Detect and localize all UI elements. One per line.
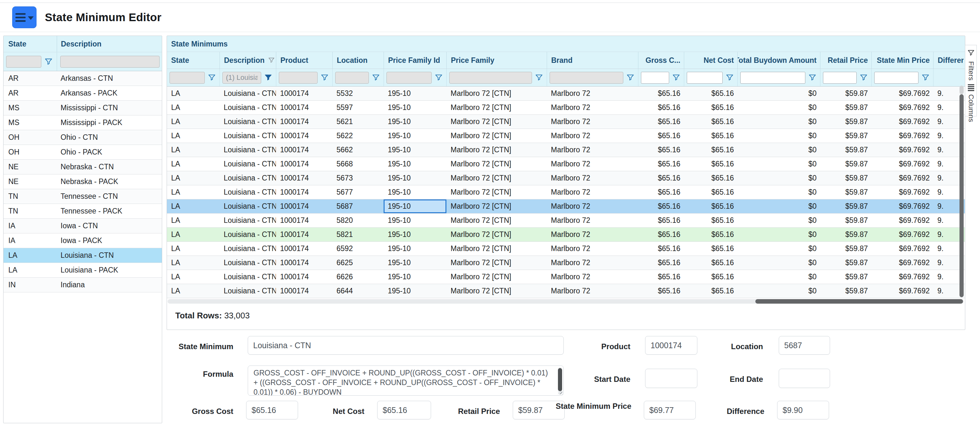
main-menu-button[interactable] (12, 6, 37, 28)
end-date-field[interactable] (779, 369, 830, 388)
product-filter-input[interactable] (279, 72, 318, 84)
cell-price-family-id[interactable]: 195-10 (383, 270, 446, 284)
cell-price-family-id[interactable]: 195-10 (383, 284, 446, 298)
tab-columns[interactable]: Columns (965, 80, 977, 116)
cell-price-family-id[interactable]: 195-10 (383, 228, 446, 241)
formula-field[interactable]: GROSS_COST - OFF_INVOICE + ROUND_UP((GRO… (248, 365, 564, 396)
horizontal-scrollbar-track[interactable] (168, 299, 964, 304)
location-filter-input[interactable] (335, 72, 369, 84)
cell-price-family-id[interactable]: 195-10 (383, 115, 446, 129)
table-row[interactable]: LA Louisiana - CTN 1000174 5662 195-10 M… (167, 143, 965, 157)
table-row[interactable]: LA Louisiana - CTN 1000174 5820 195-10 M… (167, 214, 965, 228)
filter-funnel-icon-active[interactable] (261, 73, 275, 82)
state-list-item[interactable]: MS Mississippi - PACK (3, 115, 162, 130)
state-list-item[interactable]: IN Indiana (3, 277, 162, 292)
filter-funnel-icon[interactable] (41, 57, 56, 66)
col-header-state-min-price[interactable]: State Min Price (871, 52, 933, 69)
table-row[interactable]: LA Louisiana - CTN 1000174 5687 195-10 M… (167, 199, 965, 214)
location-field[interactable] (779, 336, 830, 355)
state-list-item[interactable]: NE Nebraska - PACK (3, 174, 162, 189)
col-header-total-buydown-amount[interactable]: Total Buydown Amount (737, 52, 820, 69)
col-header-net-cost[interactable]: Net Cost (684, 52, 737, 69)
col-header-brand[interactable]: Brand (547, 52, 638, 69)
cell-price-family-id[interactable]: 195-10 (383, 242, 446, 255)
filter-funnel-icon[interactable] (432, 73, 446, 82)
cell-price-family-id[interactable]: 195-10 (383, 256, 446, 270)
retail-price-filter-input[interactable] (823, 72, 857, 84)
state-list-item[interactable]: NE Nebraska - CTN (3, 159, 162, 174)
filter-funnel-icon[interactable] (369, 73, 383, 82)
col-header-state[interactable]: State (167, 52, 220, 69)
brand-filter-input[interactable] (550, 72, 623, 84)
net-cost-filter-input[interactable] (687, 72, 723, 84)
states-header-state[interactable]: State (3, 40, 57, 48)
start-date-field[interactable] (645, 369, 697, 388)
table-row[interactable]: LA Louisiana - CTN 1000174 6626 195-10 M… (167, 270, 965, 284)
product-field[interactable] (645, 336, 697, 355)
state-list-item[interactable]: LA Louisiana - PACK (3, 263, 162, 277)
total-buydown-filter-input[interactable] (740, 72, 805, 84)
filter-funnel-icon[interactable] (160, 57, 162, 66)
cell-price-family-id[interactable]: 195-10 (383, 185, 446, 199)
col-header-location[interactable]: Location (332, 52, 383, 69)
state-list-item[interactable]: IA Iowa - CTN (3, 218, 162, 233)
cell-price-family-id[interactable]: 195-10 (383, 199, 446, 213)
states-description-filter-input[interactable] (60, 56, 160, 68)
difference-field[interactable] (777, 401, 829, 419)
col-header-price-family[interactable]: Price Family (446, 52, 547, 69)
description-filter-input[interactable] (223, 72, 261, 84)
cell-price-family-id[interactable]: 195-10 (383, 157, 446, 171)
formula-scrollbar-thumb[interactable] (558, 368, 562, 391)
cell-price-family-id[interactable]: 195-10 (383, 129, 446, 143)
price-family-filter-input[interactable] (449, 72, 532, 84)
col-header-price-family-id[interactable]: Price Family Id (383, 52, 446, 69)
cell-price-family-id[interactable]: 195-10 (383, 86, 446, 100)
state-list-item[interactable]: TN Tennessee - CTN (3, 189, 162, 204)
col-header-retail-price[interactable]: Retail Price (820, 52, 871, 69)
vertical-scrollbar-thumb[interactable] (959, 86, 964, 94)
filter-funnel-icon[interactable] (723, 73, 737, 82)
state-list-item[interactable]: AR Arkansas - CTN (3, 71, 162, 86)
col-header-product[interactable]: Product (276, 52, 332, 69)
state-minimum-field[interactable] (248, 336, 564, 355)
table-row[interactable]: LA Louisiana - CTN 1000174 6625 195-10 M… (167, 256, 965, 270)
state-list-item[interactable]: TN Tennessee - PACK (3, 204, 162, 218)
vertical-scrollbar-track[interactable] (959, 94, 964, 297)
table-row[interactable]: LA Louisiana - CTN 1000174 5673 195-10 M… (167, 171, 965, 185)
table-row[interactable]: LA Louisiana - CTN 1000174 5821 195-10 M… (167, 228, 965, 242)
table-row[interactable]: LA Louisiana - CTN 1000174 5668 195-10 M… (167, 157, 965, 171)
horizontal-scrollbar-thumb[interactable] (755, 299, 963, 304)
col-header-gross-cost[interactable]: Gross C... (638, 52, 684, 69)
filter-funnel-icon[interactable] (805, 73, 819, 82)
table-row[interactable]: LA Louisiana - CTN 1000174 6644 195-10 M… (167, 284, 965, 298)
state-list-item[interactable]: MS Mississippi - CTN (3, 100, 162, 115)
col-header-description[interactable]: Description (220, 52, 276, 69)
cell-price-family-id[interactable]: 195-10 (383, 214, 446, 227)
table-row[interactable]: LA Louisiana - CTN 1000174 6592 195-10 M… (167, 242, 965, 256)
state-list-item[interactable]: OH Ohio - CTN (3, 130, 162, 145)
col-header-difference[interactable]: Difference (933, 52, 964, 69)
table-row[interactable]: LA Louisiana - CTN 1000174 5622 195-10 M… (167, 129, 965, 143)
price-family-id-filter-input[interactable] (387, 72, 432, 84)
filter-funnel-icon[interactable] (918, 73, 932, 82)
table-row[interactable]: LA Louisiana - CTN 1000174 5532 195-10 M… (167, 86, 965, 100)
states-header-description[interactable]: Description (61, 40, 102, 48)
state-list-item[interactable]: IA Iowa - PACK (3, 233, 162, 248)
filter-funnel-icon[interactable] (857, 73, 871, 82)
tab-filters[interactable]: Filters (965, 45, 977, 81)
state-list-item[interactable]: LA Louisiana - CTN (3, 248, 162, 263)
state-filter-input[interactable] (170, 72, 205, 84)
gross-cost-filter-input[interactable] (641, 72, 669, 84)
filter-funnel-icon[interactable] (623, 73, 637, 82)
table-row[interactable]: LA Louisiana - CTN 1000174 5621 195-10 M… (167, 115, 965, 129)
cell-price-family-id[interactable]: 195-10 (383, 100, 446, 115)
filter-funnel-icon[interactable] (669, 73, 683, 82)
cell-price-family-id[interactable]: 195-10 (383, 171, 446, 185)
state-list-item[interactable]: OH Ohio - PACK (3, 145, 162, 159)
cell-price-family-id[interactable]: 195-10 (383, 143, 446, 157)
filter-funnel-icon[interactable] (205, 73, 219, 82)
table-row[interactable]: LA Louisiana - CTN 1000174 5677 195-10 M… (167, 185, 965, 199)
state-list-item[interactable]: AR Arkansas - PACK (3, 86, 162, 100)
states-state-filter-input[interactable] (6, 56, 41, 68)
filter-funnel-icon[interactable] (532, 73, 546, 82)
